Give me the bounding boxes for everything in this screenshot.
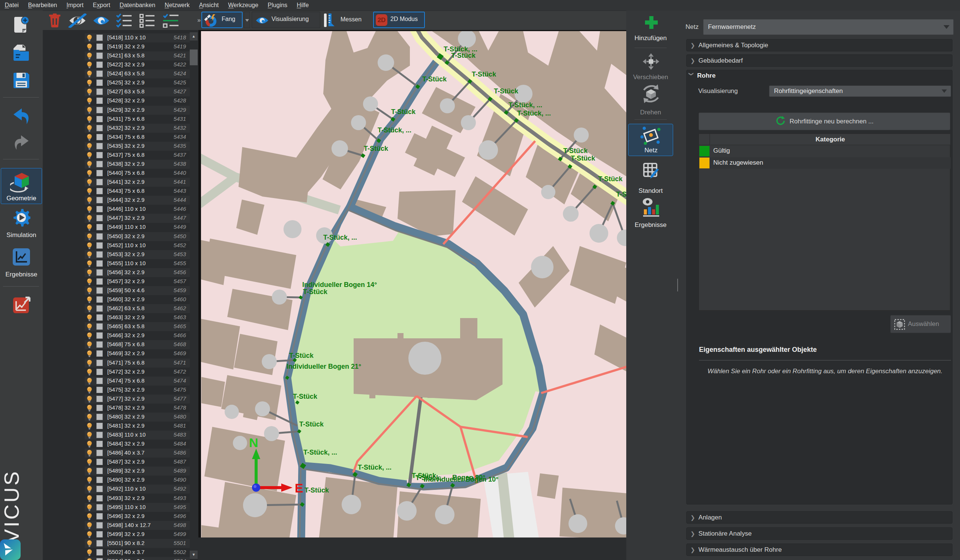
svg-text:T-Stück, ...: T-Stück, ... (303, 449, 337, 456)
svg-text:T-Stück: T-Stück (364, 145, 389, 152)
svg-text:T-Stück: T-Stück (422, 75, 447, 83)
svg-text:Individueller Bogen 21°: Individueller Bogen 21° (286, 363, 361, 370)
svg-text:T-Stück: T-Stück (289, 352, 314, 359)
svg-text:Bogen 90°: Bogen 90° (452, 474, 485, 481)
svg-text:T-Stück, ...: T-Stück, ... (323, 234, 357, 241)
svg-text:T-Stüc: T-Stüc (616, 190, 626, 198)
svg-text:T-Stück: T-Stück (303, 288, 328, 296)
svg-text:E: E (295, 481, 303, 495)
svg-text:T-Stück: T-Stück (299, 421, 324, 428)
svg-text:T-Stück: T-Stück (293, 393, 318, 400)
svg-text:T-Stück: T-Stück (391, 108, 416, 115)
svg-text:T-Stück, ...: T-Stück, ... (509, 101, 542, 109)
svg-text:T-Stück: T-Stück (494, 87, 518, 95)
svg-text:N: N (249, 435, 258, 450)
svg-text:T-Stück, ...: T-Stück, ... (358, 464, 392, 471)
svg-text:T-Stück: T-Stück (598, 175, 623, 182)
svg-text:T-Stück: T-Stück (571, 155, 595, 162)
svg-text:Individueller Bogen 14°: Individueller Bogen 14° (302, 281, 377, 288)
svg-text:T-Stück, ...: T-Stück, ... (517, 110, 551, 117)
svg-text:T-Stück: T-Stück (563, 147, 588, 155)
svg-text:T-Stück, ...: T-Stück, ... (378, 126, 411, 134)
svg-text:T-Stück: T-Stück (472, 70, 496, 78)
svg-text:T-Stück: T-Stück (451, 52, 476, 59)
svg-text:T-Stück: T-Stück (304, 486, 329, 494)
